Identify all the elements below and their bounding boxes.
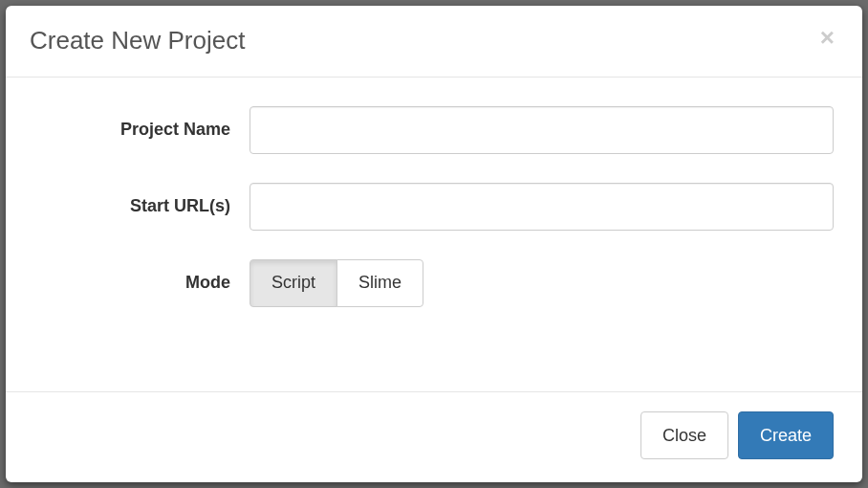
modal-body: Project Name Start URL(s) Mode Script Sl… (6, 78, 862, 391)
start-urls-row: Start URL(s) (34, 183, 834, 231)
mode-option-slime[interactable]: Slime (336, 259, 423, 307)
modal-footer: Close Create (6, 391, 862, 482)
mode-row: Mode Script Slime (34, 259, 834, 307)
modal-header: Create New Project × (6, 6, 862, 78)
create-project-modal: Create New Project × Project Name Start … (6, 6, 862, 482)
modal-title: Create New Project (30, 25, 245, 57)
start-urls-label: Start URL(s) (34, 196, 250, 216)
mode-label: Mode (34, 273, 250, 293)
create-button[interactable]: Create (738, 411, 834, 459)
mode-button-group: Script Slime (250, 259, 423, 307)
close-icon[interactable]: × (816, 25, 838, 50)
start-urls-input[interactable] (250, 183, 834, 231)
mode-option-script[interactable]: Script (250, 259, 337, 307)
close-button[interactable]: Close (640, 411, 728, 459)
project-name-input[interactable] (250, 106, 834, 154)
project-name-label: Project Name (34, 120, 250, 140)
project-name-row: Project Name (34, 106, 834, 154)
